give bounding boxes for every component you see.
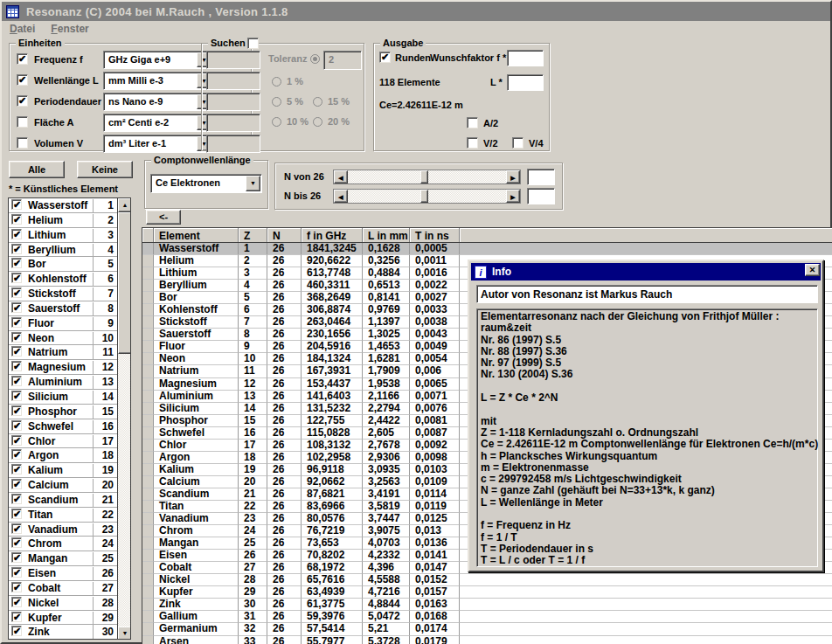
list-item[interactable]: Kohlenstoff6 <box>9 272 130 287</box>
element-checkbox[interactable] <box>11 523 22 534</box>
toleranz-radio-10[interactable] <box>272 117 281 127</box>
row-selector[interactable] <box>142 280 154 292</box>
row-selector[interactable] <box>142 452 154 464</box>
row-selector[interactable] <box>142 537 154 550</box>
element-checkbox[interactable] <box>11 537 22 548</box>
list-item[interactable]: Lithium3 <box>9 228 130 243</box>
element-checkbox[interactable] <box>11 552 22 563</box>
element-checkbox[interactable] <box>11 376 22 386</box>
n-von-scroll-thumb[interactable] <box>420 170 428 184</box>
row-selector[interactable] <box>142 353 154 365</box>
list-item[interactable]: Titan22 <box>9 508 130 523</box>
runden-checkbox[interactable] <box>379 52 391 63</box>
row-selector[interactable] <box>142 476 154 488</box>
list-item[interactable]: Neon10 <box>9 331 130 346</box>
scroll-down-icon[interactable]: ▼ <box>118 627 131 640</box>
row-selector[interactable] <box>142 243 154 255</box>
scroll-up-icon[interactable]: ▲ <box>118 198 131 212</box>
row-selector[interactable] <box>142 292 154 304</box>
list-item[interactable]: Vanadium23 <box>9 523 130 537</box>
list-item[interactable]: Calcium20 <box>9 478 130 493</box>
element-checkbox[interactable] <box>11 258 22 268</box>
row-selector[interactable] <box>142 341 154 353</box>
unit-select-3[interactable]: cm² Centi e-2▼ <box>103 114 213 132</box>
element-checkbox[interactable] <box>11 420 22 431</box>
row-selector[interactable] <box>142 636 154 644</box>
v4-checkbox[interactable] <box>512 137 523 149</box>
unit-select-4[interactable]: dm³ Liter e-1▼ <box>103 135 213 153</box>
wunschfaktor-input[interactable] <box>507 50 544 66</box>
row-selector[interactable] <box>142 304 154 316</box>
n-von-scrollbar[interactable]: ◀ ▶ <box>333 170 521 184</box>
list-item[interactable]: Silicium14 <box>9 390 130 405</box>
search-field-0[interactable] <box>206 51 260 69</box>
table-row[interactable]: Zink302661,37754,88440,0163 <box>142 599 832 611</box>
element-checkbox[interactable] <box>11 597 22 607</box>
scroll-right-icon[interactable]: ▶ <box>506 170 520 184</box>
row-selector[interactable] <box>142 623 154 635</box>
menu-datei[interactable]: Datei <box>10 23 35 38</box>
search-field-1[interactable] <box>206 72 260 90</box>
element-list-scroll-thumb[interactable] <box>118 212 131 354</box>
row-selector[interactable] <box>142 586 154 599</box>
row-selector[interactable] <box>142 255 154 267</box>
unit-select-0[interactable]: GHz Giga e+9▼ <box>103 51 213 69</box>
element-checkbox[interactable] <box>11 435 22 446</box>
row-selector[interactable] <box>142 513 154 525</box>
element-checkbox[interactable] <box>11 509 22 519</box>
back-button[interactable]: <- <box>146 210 181 225</box>
row-selector[interactable] <box>142 403 154 415</box>
list-item[interactable]: Natrium11 <box>9 345 130 360</box>
l-star-input[interactable] <box>507 74 544 91</box>
element-checkbox[interactable] <box>11 612 22 622</box>
toleranz-radio-custom[interactable] <box>310 54 320 64</box>
toleranz-value-field[interactable]: 2 <box>323 51 362 70</box>
list-item[interactable]: Zink30 <box>9 625 130 640</box>
unit-checkbox-1[interactable] <box>17 74 28 86</box>
row-selector[interactable] <box>142 440 154 452</box>
row-selector[interactable] <box>142 562 154 574</box>
list-item[interactable]: Mangan25 <box>9 551 130 566</box>
scroll-left-icon[interactable]: ◀ <box>334 190 348 203</box>
unit-checkbox-0[interactable] <box>17 53 28 65</box>
v2-checkbox[interactable] <box>467 137 478 149</box>
a2-checkbox[interactable] <box>467 117 478 128</box>
list-item[interactable]: Beryllium4 <box>9 243 130 258</box>
keine-button[interactable]: Keine <box>77 161 133 178</box>
element-checkbox[interactable] <box>11 229 22 239</box>
n-bis-scroll-thumb[interactable] <box>420 190 428 203</box>
list-item[interactable]: Scandium21 <box>9 493 130 508</box>
list-item[interactable]: Eisen26 <box>9 566 130 581</box>
list-item[interactable]: Cobalt27 <box>9 581 130 596</box>
row-selector[interactable] <box>142 415 154 427</box>
row-selector[interactable] <box>142 267 154 280</box>
element-checkbox[interactable] <box>11 346 22 357</box>
element-checkbox[interactable] <box>11 626 22 636</box>
list-item[interactable]: Magnesium12 <box>9 360 130 375</box>
toleranz-radio-5[interactable] <box>272 97 281 107</box>
suchen-checkbox[interactable] <box>247 38 259 49</box>
list-item[interactable]: Chrom24 <box>9 537 130 551</box>
unit-checkbox-2[interactable] <box>17 95 28 107</box>
list-item[interactable]: Wasserstoff1 <box>9 198 130 213</box>
row-selector[interactable] <box>142 329 154 341</box>
element-checkbox[interactable] <box>11 214 22 225</box>
table-row[interactable]: Wasserstoff1261841,32450,16280,0005 <box>142 243 832 255</box>
row-selector[interactable] <box>142 464 154 476</box>
search-field-4[interactable] <box>206 135 260 153</box>
row-selector[interactable] <box>142 316 154 329</box>
list-item[interactable]: Helium2 <box>9 213 130 228</box>
toleranz-radio-15[interactable] <box>313 97 322 107</box>
element-checkbox[interactable] <box>11 361 22 371</box>
scroll-left-icon[interactable]: ◀ <box>334 170 348 184</box>
toleranz-radio-1[interactable] <box>272 77 281 87</box>
list-item[interactable]: Chlor17 <box>9 434 130 449</box>
menu-fenster[interactable]: Fenster <box>51 23 88 38</box>
element-checkbox[interactable] <box>11 244 22 254</box>
list-item[interactable]: Schwefel16 <box>9 419 130 434</box>
list-item[interactable]: Kalium19 <box>9 463 130 478</box>
element-checkbox[interactable] <box>11 494 22 504</box>
element-checkbox[interactable] <box>11 317 22 328</box>
element-checkbox[interactable] <box>11 449 22 460</box>
element-checkbox[interactable] <box>11 567 22 578</box>
